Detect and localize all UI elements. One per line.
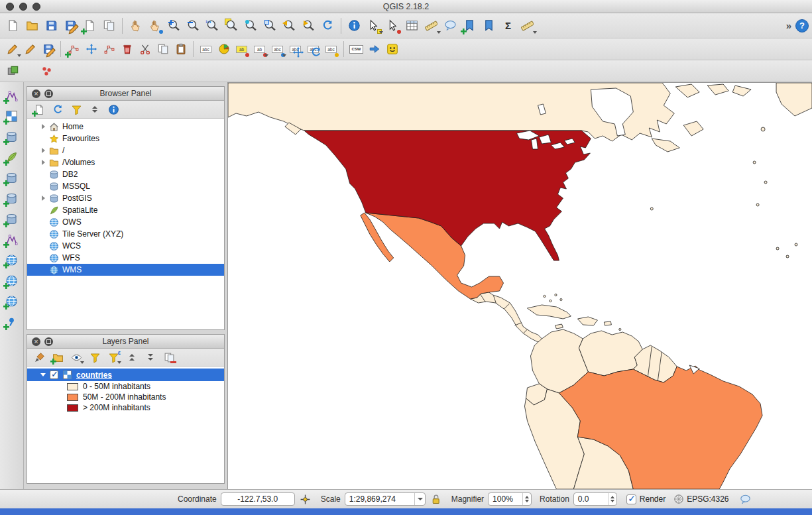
zoom-out-icon[interactable] <box>184 16 203 35</box>
layers-panel-float-icon[interactable] <box>44 337 53 346</box>
add-db2-layer-icon[interactable] <box>3 189 21 207</box>
messages-icon[interactable] <box>738 492 753 506</box>
paste-features-icon[interactable] <box>172 40 190 58</box>
move-label-icon[interactable]: abc <box>286 40 304 58</box>
browser-item-wms[interactable]: WMS <box>27 264 224 276</box>
map-canvas[interactable] <box>227 82 812 489</box>
search-plugin-icon[interactable] <box>383 40 401 58</box>
add-delimited-text-icon[interactable] <box>3 312 21 331</box>
zoom-in-icon[interactable] <box>164 16 184 35</box>
layer-diagram-options-icon[interactable] <box>215 40 233 58</box>
layer-labeling-options-icon[interactable]: abc <box>197 40 215 58</box>
add-wms-layer-icon[interactable] <box>3 251 21 269</box>
select-features-icon[interactable] <box>364 16 383 35</box>
zoom-full-icon[interactable] <box>222 16 241 35</box>
collapse-all-icon[interactable] <box>87 101 103 117</box>
pan-to-selection-icon[interactable] <box>145 16 164 35</box>
open-attribute-table-icon[interactable] <box>402 16 422 35</box>
scale-dropdown-icon[interactable] <box>414 493 423 505</box>
add-mssql-layer-icon[interactable] <box>3 168 21 187</box>
rotation-spinbox[interactable]: 0.0 <box>573 492 617 506</box>
rotate-label-icon[interactable]: abc <box>304 40 322 58</box>
browser-panel-close-icon[interactable] <box>32 89 40 98</box>
statistical-summary-icon[interactable]: Σ <box>498 16 518 35</box>
close-window-button[interactable] <box>6 3 14 11</box>
composer-manager-icon[interactable] <box>99 16 119 35</box>
add-feature-icon[interactable] <box>64 40 82 58</box>
crs-status-button[interactable]: EPSG:4326 <box>673 494 728 504</box>
new-project-icon[interactable] <box>3 16 23 35</box>
minimize-window-button[interactable] <box>19 3 27 11</box>
scale-lock-icon[interactable] <box>429 492 443 506</box>
zoom-to-layer-icon[interactable] <box>261 16 280 35</box>
highlight-pinned-labels-icon[interactable]: ab <box>233 40 251 58</box>
delete-selected-icon[interactable] <box>118 40 136 58</box>
collapse-all-layers-icon[interactable] <box>143 349 158 365</box>
layer-row-countries[interactable]: countries <box>27 369 224 381</box>
browser-item-ows[interactable]: OWS <box>27 216 224 228</box>
rotation-stepper[interactable] <box>608 493 614 505</box>
plugin-toolbar-a-icon[interactable] <box>3 62 23 81</box>
new-print-composer-icon[interactable] <box>80 16 99 35</box>
zoom-last-icon[interactable] <box>280 16 299 35</box>
manage-visibility-icon[interactable] <box>68 349 84 365</box>
expand-all-icon[interactable] <box>124 349 140 365</box>
browser-item-root[interactable]: / <box>27 144 224 156</box>
browser-item-tile-server-xyz[interactable]: Tile Server (XYZ) <box>27 228 224 240</box>
layers-panel-close-icon[interactable] <box>32 337 40 346</box>
browser-item-db2[interactable]: DB2 <box>27 168 224 180</box>
copy-features-icon[interactable] <box>154 40 172 58</box>
open-layer-styling-icon[interactable] <box>31 349 47 365</box>
toggle-editing-icon[interactable] <box>21 40 39 58</box>
open-project-icon[interactable] <box>23 16 42 35</box>
layer-visibility-checkbox[interactable] <box>50 371 58 379</box>
add-wfs-layer-icon[interactable] <box>3 292 21 310</box>
new-bookmark-icon[interactable] <box>460 16 479 35</box>
cut-features-icon[interactable] <box>136 40 154 58</box>
identify-features-icon[interactable] <box>345 16 364 35</box>
browser-item-wcs[interactable]: WCS <box>27 240 224 252</box>
zoom-native-icon[interactable]: 1:1 <box>203 16 222 35</box>
browser-item-favourites[interactable]: Favourites <box>27 133 224 144</box>
plugin-toolbar-b-icon[interactable] <box>37 62 56 81</box>
measure-line-icon[interactable] <box>422 16 441 35</box>
filter-browser-icon[interactable] <box>68 101 84 117</box>
measure-dropdown-icon[interactable] <box>518 16 537 35</box>
refresh-map-icon[interactable] <box>318 16 337 35</box>
scale-combo[interactable]: 1:29,869,274 <box>345 492 426 506</box>
pin-unpin-labels-icon[interactable]: ab <box>251 40 268 58</box>
deselect-features-icon[interactable] <box>383 16 402 35</box>
save-project-as-icon[interactable] <box>61 16 80 35</box>
save-layer-edits-icon[interactable] <box>39 40 57 58</box>
zoom-window-button[interactable] <box>32 3 40 11</box>
show-bookmarks-icon[interactable] <box>479 16 498 35</box>
browser-item-volumes[interactable]: /Volumes <box>27 156 224 168</box>
help-icon[interactable]: ? <box>795 19 809 32</box>
filter-by-expression-icon[interactable]: ε <box>105 349 121 365</box>
magnifier-spinbox[interactable]: 100% <box>488 492 532 506</box>
toolbar-overflow-button[interactable]: » <box>782 20 795 31</box>
layer-expand-icon[interactable] <box>40 373 46 376</box>
browser-item-postgis[interactable]: PostGIS <box>27 192 224 204</box>
plugin-arrow-icon[interactable] <box>365 40 383 58</box>
add-raster-layer-icon[interactable] <box>3 107 21 125</box>
current-edits-icon[interactable] <box>3 40 21 58</box>
zoom-to-selection-icon[interactable] <box>241 16 261 35</box>
browser-item-spatialite[interactable]: SpatiaLite <box>27 204 224 216</box>
zoom-next-icon[interactable] <box>299 16 318 35</box>
browser-item-mssql[interactable]: MSSQL <box>27 180 224 192</box>
render-checkbox[interactable] <box>626 494 636 504</box>
add-vector-layer-icon[interactable] <box>3 86 21 105</box>
add-wcs-layer-icon[interactable] <box>3 271 21 290</box>
node-tool-icon[interactable] <box>100 40 118 58</box>
magnifier-stepper[interactable] <box>522 493 529 505</box>
add-group-icon[interactable] <box>50 349 66 365</box>
remove-layer-icon[interactable] <box>161 349 177 365</box>
coordinate-input[interactable] <box>221 492 295 506</box>
add-selected-layers-icon[interactable] <box>31 101 47 117</box>
save-project-icon[interactable] <box>42 16 61 35</box>
map-tips-icon[interactable] <box>441 16 460 35</box>
move-feature-icon[interactable] <box>82 40 100 58</box>
properties-widget-icon[interactable] <box>105 101 121 117</box>
browser-panel-float-icon[interactable] <box>44 89 53 98</box>
